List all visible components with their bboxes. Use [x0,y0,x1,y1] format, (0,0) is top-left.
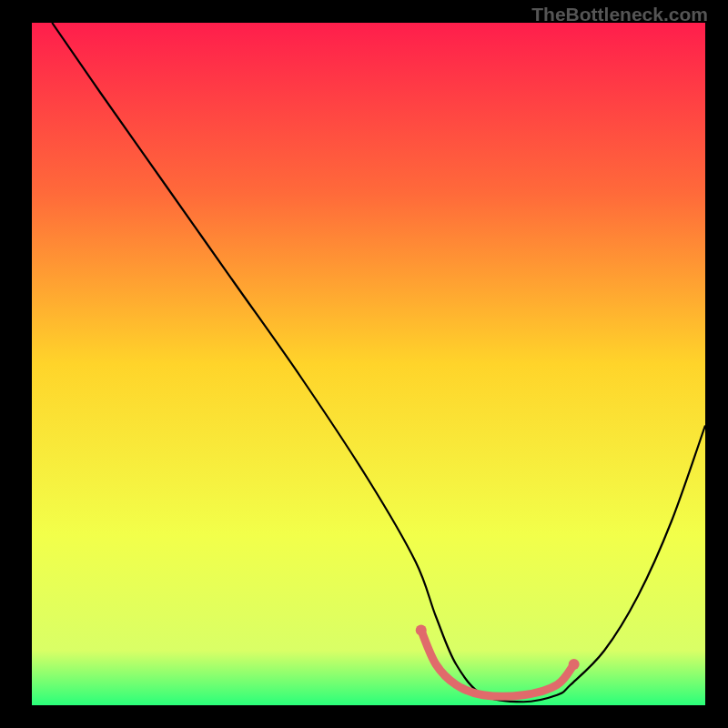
gradient-background [32,23,705,705]
chart-svg [32,23,705,705]
highlight-endpoint [569,659,580,670]
plot-area [32,23,705,705]
watermark-text: TheBottleneck.com [531,4,708,25]
chart-container: TheBottleneck.com [0,0,728,728]
highlight-endpoint [416,625,427,636]
